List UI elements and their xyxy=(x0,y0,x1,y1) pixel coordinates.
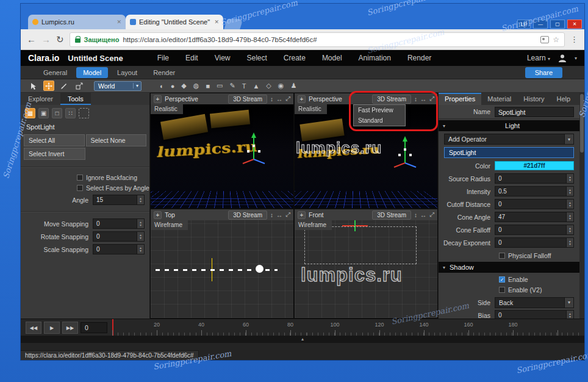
back-icon[interactable]: ← xyxy=(27,35,36,44)
select-all-button[interactable]: Select All xyxy=(24,134,85,146)
viewport-name-dropdown[interactable]: Front xyxy=(309,211,324,218)
cutoff-distance-input[interactable]: 0▴▾ xyxy=(495,199,574,209)
teapot-icon[interactable]: ◍ xyxy=(193,82,199,90)
scene-title[interactable]: Untitled Scene xyxy=(68,54,123,63)
viewport-name-dropdown[interactable]: Top xyxy=(165,211,175,218)
timeline-expander[interactable]: ▴ xyxy=(21,336,584,343)
address-bar[interactable]: Защищено https://clara.io/editor/1dff6a3… xyxy=(70,32,565,47)
panel-scrollbar[interactable] xyxy=(579,93,584,319)
spinner-icons[interactable]: ▴▾ xyxy=(137,219,144,228)
paint-select-icon[interactable]: ▦ xyxy=(25,108,35,118)
viewport-top[interactable]: + Top 3D Stream ↕ ↔ ⤢ Wireframe xyxy=(150,209,294,319)
add-operator-dropdown[interactable]: Add Operator ▾ xyxy=(444,134,574,145)
move-gizmo[interactable] xyxy=(391,135,419,170)
tab-properties[interactable]: Properties xyxy=(439,93,481,105)
stream-mode-dropdown[interactable]: 3D Stream xyxy=(228,95,267,104)
add-viewport-icon[interactable]: + xyxy=(154,211,162,219)
scale-tool-icon[interactable] xyxy=(74,81,85,91)
close-button[interactable]: ✕ xyxy=(567,20,582,29)
viewport-perspective-2[interactable]: + Perspective 3D Stream ↕ ↔ ⤢ Realistic … xyxy=(294,93,438,209)
intensity-input[interactable]: 0.5▴▾ xyxy=(495,186,574,196)
minimize-button[interactable]: — xyxy=(533,20,548,29)
maximize-viewport-icon[interactable]: ⤢ xyxy=(429,211,434,218)
stream-mode-dropdown[interactable]: 3D Stream xyxy=(372,95,411,104)
sphere-shaded-icon[interactable]: ◐ xyxy=(160,82,164,90)
viewport-name-dropdown[interactable]: Perspective xyxy=(309,95,342,103)
menu-animation[interactable]: Animation xyxy=(359,54,391,62)
pan-vertical-icon[interactable]: ↕ xyxy=(270,96,273,103)
viewport-canvas[interactable]: lumpics.ru xyxy=(295,220,437,318)
vertex-select-icon[interactable]: ▣ xyxy=(38,108,49,118)
light-icon[interactable]: ◉ xyxy=(278,82,284,90)
tab-explorer[interactable]: Explorer xyxy=(21,93,60,105)
current-frame-input[interactable]: 0 xyxy=(81,322,107,333)
bias-input[interactable]: 0▴▾ xyxy=(495,310,574,319)
tab-general[interactable]: General xyxy=(37,67,74,78)
shadow-section-header[interactable]: ▾ Shadow xyxy=(439,262,579,273)
stream-mode-dropdown[interactable]: 3D Stream xyxy=(372,211,411,220)
spinner-icons[interactable]: ▴▾ xyxy=(137,245,144,254)
tab-history[interactable]: History xyxy=(517,93,550,105)
cone-icon[interactable]: ▲ xyxy=(253,82,259,90)
marquee-select-icon[interactable] xyxy=(79,108,89,118)
tab-model[interactable]: Model xyxy=(76,67,108,78)
shadow-enable-checkbox[interactable]: ✓ Enable xyxy=(499,275,579,283)
add-viewport-icon[interactable]: + xyxy=(154,95,162,103)
viewport-perspective-1[interactable]: + Perspective 3D Stream ↕ ↔ ⤢ Realistic xyxy=(150,93,294,209)
pan-vertical-icon[interactable]: ↕ xyxy=(414,212,417,218)
maximize-viewport-icon[interactable]: ⤢ xyxy=(285,95,290,103)
tab-material[interactable]: Material xyxy=(481,93,517,105)
tab-render[interactable]: Render xyxy=(146,67,182,78)
menu-select[interactable]: Select xyxy=(246,54,267,62)
pan-horizontal-icon[interactable]: ↔ xyxy=(420,212,426,218)
viewport-front[interactable]: + Front 3D Stream ↕ ↔ ⤢ Wireframe xyxy=(294,209,438,319)
account-chevron-icon[interactable]: ▾ xyxy=(575,56,577,61)
browser-tab-editor[interactable]: Editing "Untitled Scene" ✕ xyxy=(126,15,223,29)
cube-icon[interactable]: ■ xyxy=(206,82,210,90)
spinner-icons[interactable]: ▴▾ xyxy=(566,200,573,209)
checkbox-icon[interactable] xyxy=(77,185,83,191)
browser-tab-lumpics[interactable]: Lumpics.ru ✕ xyxy=(28,15,126,29)
maximize-button[interactable]: ▢ xyxy=(550,20,565,29)
menu-item-fast-preview[interactable]: Fast Preview xyxy=(354,105,405,115)
cone-falloff-input[interactable]: 0▴▾ xyxy=(495,225,574,235)
share-button[interactable]: Share xyxy=(525,67,562,78)
spinner-icons[interactable]: ▴▾ xyxy=(566,212,573,222)
render-mode-dropdown[interactable]: Wireframe xyxy=(295,220,332,230)
sphere-icon[interactable]: ● xyxy=(171,82,175,90)
text-tool-icon[interactable]: T xyxy=(242,82,246,90)
stream-mode-dropdown[interactable]: 3D Stream xyxy=(228,211,267,220)
pan-horizontal-icon[interactable]: ↔ xyxy=(276,212,282,218)
move-gizmo[interactable] xyxy=(240,131,268,167)
maximize-viewport-icon[interactable]: ⤢ xyxy=(429,95,434,103)
physical-falloff-checkbox[interactable]: Physical Falloff xyxy=(499,251,579,259)
profile-badge[interactable]: LP xyxy=(517,20,531,29)
menu-render[interactable]: Render xyxy=(407,54,431,62)
spotlight-operator-item[interactable]: SpotLight xyxy=(444,147,574,158)
select-faces-by-angle-checkbox[interactable]: Select Faces by Angle xyxy=(77,184,149,192)
render-mode-dropdown[interactable]: Wireframe xyxy=(151,220,188,230)
skip-start-button[interactable]: ◀◀ xyxy=(26,322,41,334)
name-input[interactable]: SpotLight xyxy=(495,107,574,117)
translate-icon[interactable] xyxy=(540,36,549,43)
add-viewport-icon[interactable]: + xyxy=(298,95,306,103)
angle-input[interactable]: 15 ▴▾ xyxy=(93,195,145,205)
checkbox-checked-icon[interactable]: ✓ xyxy=(499,276,505,283)
edge-select-icon[interactable]: □ xyxy=(52,108,62,118)
select-cursor-icon[interactable] xyxy=(28,81,39,91)
checkbox-icon[interactable] xyxy=(499,287,505,293)
plane-icon[interactable]: ▭ xyxy=(217,82,223,90)
bookmark-star-icon[interactable]: ☆ xyxy=(553,35,559,44)
pan-vertical-icon[interactable]: ↕ xyxy=(414,96,417,103)
menu-view[interactable]: View xyxy=(215,54,231,62)
pencil-icon[interactable]: ✎ xyxy=(229,82,235,90)
new-tab-button[interactable] xyxy=(224,19,243,29)
decay-exponent-input[interactable]: 0▴▾ xyxy=(495,237,574,248)
viewport-canvas[interactable] xyxy=(151,220,293,318)
spinner-icons[interactable]: ▴▾ xyxy=(566,174,573,183)
spinner-icons[interactable]: ▴▾ xyxy=(137,195,144,204)
rotate-snapping-input[interactable]: 0 ▴▾ xyxy=(93,231,145,242)
scrollbar-thumb[interactable] xyxy=(580,94,584,153)
tab-help[interactable]: Help xyxy=(551,93,577,105)
checkbox-icon[interactable] xyxy=(77,175,83,181)
